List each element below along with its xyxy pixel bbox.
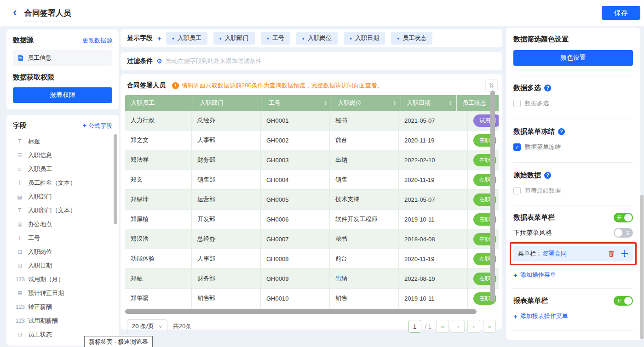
table-row: 郑之文 人事部 GH0002 前台 2020-11-19 在职 xyxy=(125,131,499,150)
field-item[interactable]: ⊞ 入职日期 xyxy=(13,259,116,273)
field-list-scrollbar[interactable] xyxy=(114,134,117,224)
display-field-chips: ▾ 入职员工 ▾ 入职部门 ▾ 工号 ▾ 入职岗位 xyxy=(166,32,432,45)
field-item[interactable]: ☰ 入职信息 xyxy=(13,148,116,162)
field-item[interactable]: T 入职部门（文本） xyxy=(13,204,116,217)
first-page-button[interactable]: « xyxy=(436,320,449,333)
change-datasource-link[interactable]: 更改数据源 xyxy=(82,36,112,45)
field-item[interactable]: ◎ 办公地点 xyxy=(13,217,116,231)
number-icon: 123 xyxy=(16,276,24,283)
add-report-menu-link[interactable]: + 添加报表操作菜单 xyxy=(513,312,633,320)
table-menu-toggle[interactable]: 开 xyxy=(614,213,633,222)
cell-department: 财务部 xyxy=(192,150,261,170)
cell-hire-date: 2021-05-07 xyxy=(399,190,468,209)
table-header-cell[interactable]: 入职部门 ▲▼ xyxy=(194,95,263,111)
add-formula-field-link[interactable]: + 公式字段 xyxy=(83,121,112,130)
field-label: 转正薪酬 xyxy=(28,303,52,311)
display-field-chip[interactable]: ▾ 入职部门 xyxy=(213,32,255,45)
display-field-chip[interactable]: ▾ 入职日期 xyxy=(344,32,385,45)
help-icon[interactable]: ? xyxy=(544,85,551,91)
field-label: 员工姓名（文本） xyxy=(28,179,76,187)
dropdown-style-toggle[interactable]: 关 xyxy=(614,228,633,238)
datasource-card: 数据源 更改数据源 员工信息 数据获取权限 报表权限 xyxy=(6,29,119,109)
display-field-chip[interactable]: ▾ 工号 xyxy=(261,32,290,45)
help-icon[interactable]: ? xyxy=(544,172,551,179)
next-page-button[interactable]: › xyxy=(467,320,480,333)
cell-hire-date: 2021-05-07 xyxy=(399,111,468,130)
cell-department: 人事部 xyxy=(192,131,261,150)
help-icon[interactable]: ? xyxy=(558,128,565,135)
cell-hire-date: 2020-11-19 xyxy=(399,131,468,150)
add-display-field-icon[interactable]: + xyxy=(157,34,161,42)
field-item[interactable]: ⊡ 入职岗位 xyxy=(13,245,116,259)
sort-arrows-icon[interactable]: ▲▼ xyxy=(393,101,396,106)
trash-icon[interactable] xyxy=(608,250,615,257)
column-label: 入职部门 xyxy=(200,99,224,107)
chip-label: 入职员工 xyxy=(178,34,201,42)
field-item[interactable]: T 工号 xyxy=(13,231,116,245)
raw-data-checkbox[interactable]: 查看原始数据 xyxy=(513,187,633,195)
cell-employee: 郑玄 xyxy=(125,170,192,189)
field-item[interactable]: ☺ 入职员工 xyxy=(13,162,116,176)
browser-tooltip: 新标签页 - 极速浏览器 xyxy=(84,336,153,347)
chevron-down-icon: ▾ xyxy=(350,36,352,41)
display-fields-bar: 显示字段 + ▾ 入职员工 ▾ 入职部门 ▾ 工号 xyxy=(121,29,502,47)
prev-page-button[interactable]: ‹ xyxy=(452,320,465,333)
save-button[interactable]: 保存 xyxy=(602,6,640,20)
document-icon xyxy=(17,55,24,61)
menu-freeze-checkbox[interactable]: ✓ 数据菜单冻结 xyxy=(513,143,633,151)
field-item[interactable]: ▤ 入职部门 xyxy=(13,190,116,204)
move-icon[interactable] xyxy=(621,250,628,257)
table-header-cell[interactable]: 入职岗位 ▲▼ xyxy=(332,95,401,111)
display-field-chip[interactable]: ▾ 员工状态 xyxy=(391,32,432,45)
field-item[interactable]: ⊞ 预计转正日期 xyxy=(13,286,116,300)
field-item[interactable]: 123 试用期薪酬 xyxy=(13,314,116,328)
table-vertical-scrollbar[interactable] xyxy=(490,91,495,302)
total-count: 共20条 xyxy=(173,322,191,330)
table-row: 郑玄 销售部 GH0004 销售 2020-11-19 在职 xyxy=(125,170,499,190)
date-icon: ⊞ xyxy=(16,262,24,269)
table-horizontal-scrollbar[interactable] xyxy=(125,309,477,314)
field-label: 入职信息 xyxy=(28,151,52,159)
cell-employee: 郑肇骥 xyxy=(125,289,192,308)
report-permission-button[interactable]: 报表权限 xyxy=(13,87,112,103)
field-item[interactable]: 123 转正薪酬 xyxy=(13,300,116,314)
multi-select-checkbox[interactable]: 数据多选 xyxy=(513,99,633,108)
table-menu-toggle-row: 数据表菜单栏 开 xyxy=(513,213,633,222)
sort-arrows-icon[interactable]: ▲▼ xyxy=(324,101,327,106)
table-header-cell[interactable]: 入职员工 ▲▼ xyxy=(125,95,194,111)
field-item[interactable]: T 标题 xyxy=(13,135,116,148)
text-icon: T xyxy=(16,207,24,214)
sort-arrows-icon[interactable]: ▲▼ xyxy=(449,101,452,106)
display-field-chip[interactable]: ▾ 入职岗位 xyxy=(296,32,338,45)
display-field-chip[interactable]: ▾ 入职员工 xyxy=(166,32,207,45)
menu-bar-value[interactable]: 签署合同 xyxy=(543,250,567,258)
color-settings-button[interactable]: 颜色设置 xyxy=(513,50,633,66)
table-header-cell[interactable]: 工号 ▲▼ xyxy=(263,95,332,111)
menu-freeze-title: 数据菜单冻结 ? xyxy=(513,127,633,136)
cell-employee: 郑汉浩 xyxy=(125,229,192,249)
add-action-menu-link[interactable]: + 添加操作菜单 xyxy=(513,271,633,279)
gear-icon[interactable]: ⚙ xyxy=(156,57,162,65)
page-size-select[interactable]: 20 条/页 ∨ xyxy=(127,319,167,333)
cell-department: 运营部 xyxy=(192,190,261,209)
field-item[interactable]: T 员工姓名（文本） xyxy=(13,176,116,190)
back-icon[interactable]: ‹ xyxy=(13,6,17,18)
table-menu-title: 数据表菜单栏 xyxy=(513,213,555,222)
select-icon: ⊡ xyxy=(16,331,24,338)
cell-employee: 郑厚植 xyxy=(125,210,192,229)
menu-bar-item[interactable]: 菜单栏： 签署合同 xyxy=(513,246,633,262)
fields-card: 字段 + 公式字段 T 标题 ☰ 入职信息 ☺ 入职员工 xyxy=(6,115,119,346)
sort-tool-icon[interactable]: ⇅ xyxy=(485,80,498,92)
table-header-cell[interactable]: 入职日期 ▲▼ xyxy=(401,95,457,111)
plus-icon: + xyxy=(83,121,87,129)
table-header-cell[interactable]: 员工状态 ▲▼ xyxy=(457,95,491,111)
dropdown-style-toggle-row: 下拉菜单风格 关 xyxy=(513,228,633,238)
field-item[interactable]: 123 试用期（月） xyxy=(13,273,116,286)
last-page-button[interactable]: » xyxy=(483,320,496,333)
cell-department: 总经办 xyxy=(192,229,261,249)
cell-employee: 郑之文 xyxy=(125,131,192,150)
page-scrollbar[interactable] xyxy=(640,195,644,339)
datasource-item[interactable]: 员工信息 xyxy=(13,50,112,66)
page-input[interactable] xyxy=(408,320,421,333)
report-menu-toggle[interactable]: 开 xyxy=(614,296,633,306)
